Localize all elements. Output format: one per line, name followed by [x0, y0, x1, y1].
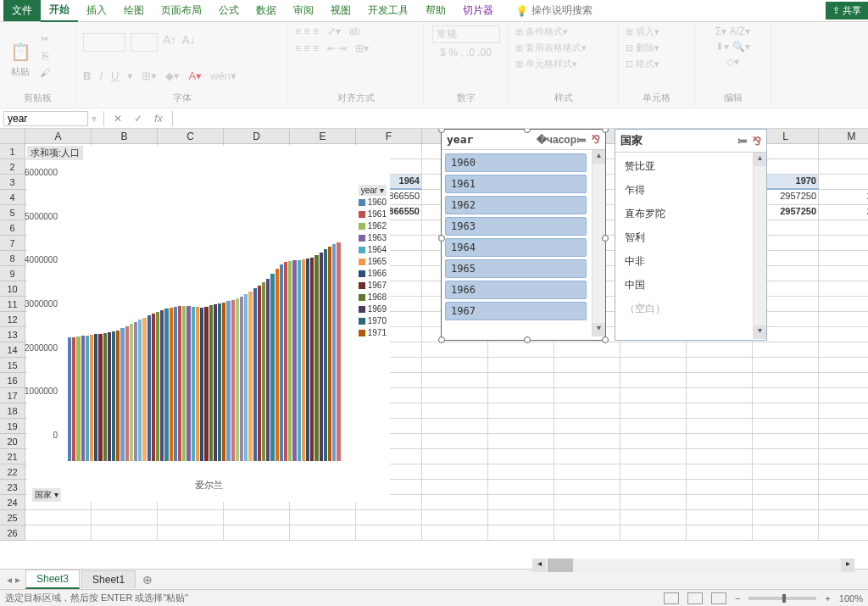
row-header[interactable]: 13: [0, 327, 25, 342]
cell[interactable]: [422, 495, 488, 510]
zoom-in-button[interactable]: +: [825, 593, 830, 603]
slicer-item[interactable]: 1967: [445, 302, 587, 320]
cell[interactable]: [687, 342, 753, 358]
format-cells-button[interactable]: ⊡ 格式▾: [626, 58, 659, 70]
paste-button[interactable]: 📋粘贴: [7, 38, 34, 78]
cell[interactable]: [620, 495, 687, 510]
slicer-item[interactable]: 1965: [445, 259, 587, 278]
slicer-item[interactable]: 1966: [445, 281, 587, 299]
fx-icon[interactable]: fx: [152, 113, 165, 125]
cell[interactable]: [753, 373, 819, 388]
normal-view-icon[interactable]: [664, 592, 679, 604]
cell[interactable]: [554, 449, 620, 464]
cell[interactable]: [819, 525, 868, 541]
cell[interactable]: [422, 434, 488, 449]
cell[interactable]: [554, 419, 620, 434]
cell[interactable]: [488, 449, 554, 464]
slicer-item[interactable]: 赞比亚: [619, 156, 748, 177]
zoom-out-button[interactable]: −: [735, 593, 740, 603]
cell[interactable]: [554, 510, 620, 525]
cell[interactable]: [488, 480, 554, 495]
tab-home[interactable]: 开始: [41, 0, 78, 22]
cell[interactable]: [422, 403, 488, 419]
cell[interactable]: [554, 480, 620, 495]
cell[interactable]: [620, 510, 687, 525]
column-header[interactable]: E: [290, 129, 356, 144]
conditional-format-button[interactable]: ⊞ 条件格式▾: [515, 25, 568, 38]
sheet-tab-sheet1[interactable]: Sheet1: [81, 570, 136, 588]
column-header[interactable]: D: [224, 129, 290, 144]
cell[interactable]: [620, 480, 687, 495]
cell[interactable]: [819, 403, 868, 419]
cell[interactable]: [687, 525, 753, 541]
cell[interactable]: [488, 510, 554, 525]
sheet-nav-prev-icon[interactable]: ◂: [7, 574, 12, 586]
row-header[interactable]: 22: [0, 464, 25, 480]
slicer-scrollbar[interactable]: ▴ ▾: [753, 153, 766, 339]
cell[interactable]: [753, 525, 819, 541]
cell[interactable]: [819, 434, 868, 449]
cell[interactable]: [488, 434, 554, 449]
cell[interactable]: [819, 220, 868, 236]
row-header[interactable]: 9: [0, 266, 25, 281]
row-header[interactable]: 18: [0, 403, 25, 419]
cell[interactable]: [620, 434, 687, 449]
slicer-item[interactable]: 1960: [445, 153, 587, 172]
slicer-item[interactable]: 直布罗陀: [619, 203, 748, 225]
tell-me-search[interactable]: 💡操作说明搜索: [515, 3, 593, 18]
cell[interactable]: [620, 403, 687, 419]
cell[interactable]: [687, 480, 753, 495]
multi-select-icon[interactable]: �часоp≔: [537, 134, 587, 146]
cell[interactable]: [92, 510, 158, 525]
cell[interactable]: [819, 358, 868, 373]
slicer-item[interactable]: 智利: [619, 227, 748, 248]
row-header[interactable]: 7: [0, 236, 25, 251]
name-box[interactable]: [3, 111, 88, 126]
row-header[interactable]: 14: [0, 342, 25, 358]
row-header[interactable]: 10: [0, 281, 25, 297]
cell[interactable]: [687, 464, 753, 480]
cell[interactable]: [422, 358, 488, 373]
insert-cells-button[interactable]: ⊞ 插入▾: [626, 25, 659, 38]
row-header[interactable]: 8: [0, 251, 25, 266]
cell[interactable]: [554, 495, 620, 510]
cell[interactable]: [687, 449, 753, 464]
column-header[interactable]: F: [356, 129, 422, 144]
format-table-button[interactable]: ⊞ 套用表格格式▾: [515, 42, 587, 54]
sheet-tab-sheet3[interactable]: Sheet3: [25, 570, 80, 589]
cell[interactable]: [753, 419, 819, 434]
slicer-item-blank[interactable]: （空白）: [619, 298, 748, 320]
slicer-item[interactable]: 中非: [619, 251, 748, 272]
row-header[interactable]: 4: [0, 190, 25, 205]
row-header[interactable]: 17: [0, 388, 25, 403]
cell[interactable]: [819, 388, 868, 403]
cell[interactable]: [753, 510, 819, 525]
cell[interactable]: [620, 464, 687, 480]
cell[interactable]: [356, 510, 422, 525]
legend-header[interactable]: year ▾: [359, 185, 387, 196]
cell[interactable]: [488, 464, 554, 480]
add-sheet-button[interactable]: ⊕: [142, 573, 153, 587]
cell[interactable]: [753, 434, 819, 449]
cell[interactable]: [620, 388, 687, 403]
column-header[interactable]: C: [158, 129, 224, 144]
row-header[interactable]: 6: [0, 220, 25, 236]
tab-data[interactable]: 数据: [248, 0, 285, 21]
cell[interactable]: [620, 373, 687, 388]
slicer-scrollbar[interactable]: ▴ ▾: [592, 150, 605, 336]
cell[interactable]: [422, 388, 488, 403]
zoom-level[interactable]: 100%: [839, 593, 863, 603]
cell[interactable]: [488, 495, 554, 510]
tab-file[interactable]: 文件: [3, 0, 41, 21]
tab-view[interactable]: 视图: [322, 0, 359, 21]
pivot-chart[interactable]: 求和项:人口 010000002000000300000040000005000…: [27, 146, 390, 502]
row-header[interactable]: 16: [0, 373, 25, 388]
format-painter-icon[interactable]: 🖌: [37, 67, 53, 82]
cell[interactable]: [819, 236, 868, 251]
number-format-select[interactable]: 常规: [432, 25, 500, 43]
cell[interactable]: [819, 419, 868, 434]
cell[interactable]: [819, 342, 868, 358]
copy-icon[interactable]: ⎘: [37, 50, 53, 65]
cell[interactable]: [620, 358, 687, 373]
cell[interactable]: [554, 373, 620, 388]
